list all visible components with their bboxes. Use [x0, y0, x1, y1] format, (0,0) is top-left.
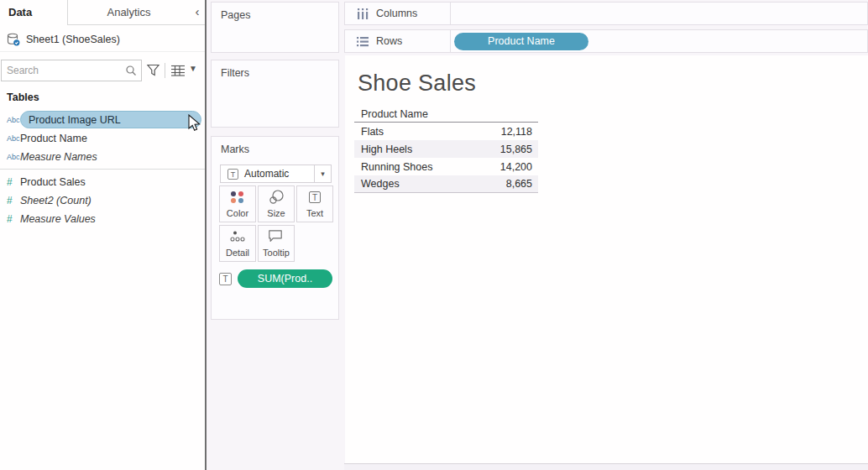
datasource-row[interactable]: Sheet1 (ShoeSales) — [0, 27, 205, 52]
row-label: Running Shoes — [354, 161, 464, 173]
table-row[interactable]: Wedges 8,665 — [354, 175, 538, 193]
shelf-column: Pages Filters Marks T Automatic ▾ Color … — [207, 0, 344, 470]
sheet-bottom-scroll-strip[interactable] — [344, 463, 868, 470]
table-header-label: Product Name — [354, 108, 464, 120]
tables-heading: Tables — [7, 91, 39, 103]
mark-type-dropdown[interactable]: T Automatic ▾ — [220, 164, 332, 183]
abc-icon: Abc — [0, 116, 20, 124]
field-label: Sheet2 (Count) — [20, 195, 92, 206]
field-product-sales[interactable]: # Product Sales — [0, 173, 205, 191]
columns-shelf-label: Columns — [376, 8, 417, 19]
text-button-label: Text — [297, 208, 332, 218]
row-label: High Heels — [354, 144, 464, 155]
text-encoding-icon: T — [219, 273, 232, 285]
view-grid-icon[interactable] — [170, 65, 186, 76]
field-measure-names[interactable]: Abc Measure Names — [0, 148, 205, 165]
size-button-label: Size — [259, 208, 294, 218]
table-row[interactable]: Flats 12,118 — [354, 123, 538, 140]
tooltip-button-label: Tooltip — [259, 248, 294, 258]
field-label: Measure Values — [20, 213, 96, 225]
text-mark-icon: T — [227, 169, 238, 180]
abc-icon: Abc — [0, 134, 20, 143]
tab-data[interactable]: Data — [0, 0, 67, 25]
size-circles-icon — [259, 186, 294, 208]
product-name-pill[interactable]: Product Name — [454, 33, 588, 50]
marks-card[interactable]: Marks T Automatic ▾ Color Size T — [211, 136, 339, 320]
filters-shelf[interactable]: Filters — [211, 60, 339, 128]
columns-shelf-label-zone: Columns — [345, 3, 451, 24]
sum-product-sales-pill[interactable]: SUM(Prod.. — [238, 269, 332, 288]
abc-icon: Abc — [0, 153, 20, 161]
data-panel: Data Analytics ‹ Sheet1 (ShoeSales) — [0, 0, 207, 470]
columns-shelf[interactable]: Columns — [344, 2, 868, 25]
color-button[interactable]: Color — [219, 185, 256, 222]
collapse-panel-button[interactable]: ‹ — [190, 0, 205, 25]
row-value[interactable]: 14,200 — [464, 161, 538, 173]
marks-label: Marks — [212, 137, 338, 155]
pages-shelf[interactable]: Pages — [211, 2, 339, 53]
dimension-measure-divider — [0, 169, 205, 170]
row-label: Wedges — [354, 178, 464, 190]
text-button[interactable]: T Text — [296, 185, 333, 222]
field-label: Product Image URL — [20, 114, 121, 126]
field-measure-values[interactable]: # Measure Values — [0, 210, 205, 227]
sheet-view: Shoe Sales Product Name Flats 12,118 Hig… — [345, 55, 868, 463]
search-icon — [125, 65, 137, 76]
rows-shelf[interactable]: Rows Product Name — [344, 29, 868, 53]
view-options-caret-icon[interactable]: ▼ — [189, 64, 197, 73]
detail-button-label: Detail — [220, 248, 255, 258]
sheet-title: Shoe Sales — [358, 70, 476, 97]
columns-icon — [357, 8, 369, 19]
tooltip-button[interactable]: Tooltip — [258, 225, 295, 262]
row-value[interactable]: 8,665 — [464, 178, 538, 190]
field-label: Product Sales — [20, 176, 86, 188]
filter-icon[interactable] — [146, 63, 160, 77]
table-row[interactable]: Running Shoes 14,200 — [354, 158, 538, 175]
datasource-name: Sheet1 (ShoeSales) — [26, 34, 120, 45]
field-product-name[interactable]: Abc Product Name — [0, 129, 205, 147]
text-table: Product Name Flats 12,118 High Heels 15,… — [354, 107, 538, 193]
rows-icon — [357, 36, 369, 47]
rows-shelf-label-zone: Rows — [345, 30, 451, 52]
detail-button[interactable]: Detail — [219, 225, 256, 262]
field-label: Product Name — [20, 133, 87, 144]
rows-shelf-label: Rows — [376, 35, 402, 47]
number-icon: # — [0, 213, 20, 225]
detail-dots-icon — [220, 226, 255, 248]
toolbar-separator — [165, 63, 165, 78]
text-box-icon: T — [297, 186, 332, 208]
size-button[interactable]: Size — [258, 185, 295, 222]
search-input[interactable] — [2, 60, 141, 81]
mark-type-value: Automatic — [244, 168, 314, 180]
tab-analytics[interactable]: Analytics — [67, 0, 190, 25]
color-dots-icon — [220, 186, 255, 208]
color-button-label: Color — [220, 208, 255, 218]
mouse-cursor — [188, 114, 201, 133]
chevron-down-icon[interactable]: ▾ — [314, 165, 331, 182]
row-label: Flats — [354, 126, 464, 138]
search-box[interactable] — [1, 60, 142, 81]
number-icon: # — [0, 176, 20, 188]
row-value[interactable]: 12,118 — [464, 126, 538, 138]
worksheet-area: Columns Rows Product Name Shoe Sales Pro… — [344, 0, 868, 470]
field-sheet2-count[interactable]: # Sheet2 (Count) — [0, 191, 205, 209]
field-label: Measure Names — [20, 151, 97, 163]
number-icon: # — [0, 195, 20, 206]
pages-label: Pages — [212, 3, 338, 21]
filters-label: Filters — [212, 60, 338, 79]
row-value[interactable]: 15,865 — [464, 144, 538, 155]
field-list: Abc Product Image URL Abc Product Name A… — [0, 111, 205, 227]
tooltip-bubble-icon — [259, 226, 294, 248]
database-icon — [7, 33, 20, 46]
table-row[interactable]: High Heels 15,865 — [354, 140, 538, 158]
table-header-row[interactable]: Product Name — [354, 107, 538, 123]
field-product-image-url[interactable]: Abc Product Image URL — [0, 111, 205, 128]
